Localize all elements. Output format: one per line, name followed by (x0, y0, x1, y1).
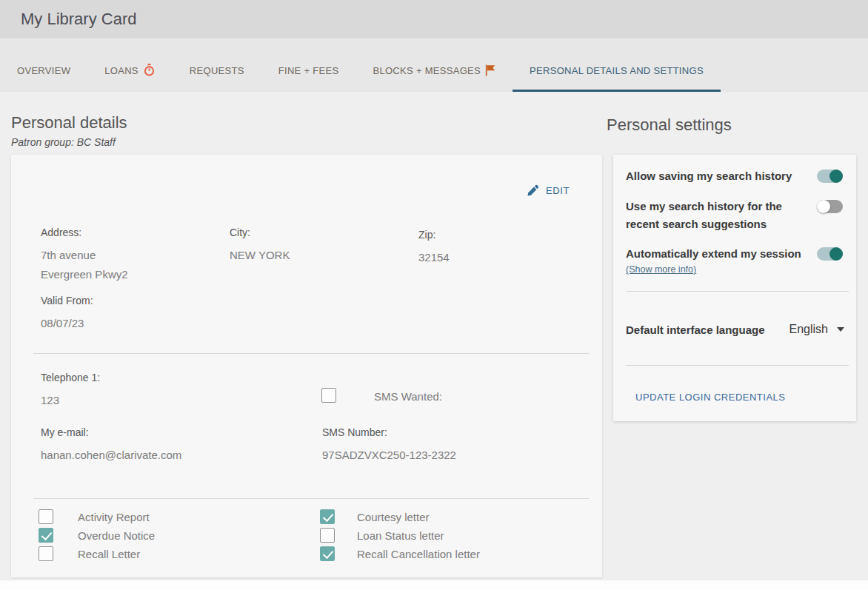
edit-button-label: EDIT (546, 185, 570, 196)
update-login-credentials-button[interactable]: UPDATE LOGIN CREDENTIALS (635, 392, 785, 403)
personal-settings-heading: Personal settings (607, 115, 732, 135)
letter-label: Activity Report (78, 511, 150, 523)
tab-fine-fees[interactable]: FINE + FEES (261, 38, 356, 92)
valid-from-value: 08/07/23 (41, 314, 93, 333)
toggle-knob (829, 170, 843, 183)
search-suggestions-toggle[interactable] (817, 200, 843, 213)
tab-personal-details[interactable]: PERSONAL DETAILS AND SETTINGS (513, 38, 721, 92)
sms-wanted-label: SMS Wanted: (374, 390, 442, 403)
letter-row: Activity Report (39, 509, 155, 524)
recall-cancellation-letter-checkbox[interactable] (320, 546, 335, 561)
show-more-info-link[interactable]: (Show more info) (626, 264, 696, 275)
personal-details-heading: Personal details (11, 113, 127, 133)
pencil-icon (527, 184, 539, 197)
edit-button[interactable]: EDIT (527, 184, 570, 197)
letter-label: Recall Letter (78, 548, 140, 560)
save-search-history-toggle[interactable] (817, 170, 843, 183)
toggle-label: Automatically extend my session (626, 245, 801, 263)
city-label: City: (230, 227, 290, 238)
email-value: hanan.cohen@clarivate.com (41, 446, 181, 465)
divider (33, 353, 589, 354)
flag-icon (485, 64, 495, 76)
toggle-knob (829, 247, 843, 261)
language-dropdown[interactable]: English (789, 323, 844, 336)
address-label: Address: (41, 227, 128, 238)
letter-label: Courtesy letter (357, 511, 430, 523)
loan-status-letter-checkbox[interactable] (320, 528, 335, 543)
tab-overview-label: OVERVIEW (17, 65, 70, 76)
tab-requests[interactable]: REQUESTS (173, 38, 261, 92)
tab-overview[interactable]: OVERVIEW (0, 38, 87, 92)
city-field: City: NEW YORK (230, 227, 290, 265)
email-field: My e-mail: hanan.cohen@clarivate.com (41, 426, 181, 465)
tab-blocks-messages-label: BLOCKS + MESSAGES (373, 65, 481, 76)
zip-field: Zip: 32154 (418, 229, 450, 267)
toggle-row: Use my search history for the recent sea… (626, 198, 843, 233)
divider (33, 498, 589, 499)
tab-fine-fees-label: FINE + FEES (278, 65, 339, 76)
toggle-label: Allow saving my search history (626, 167, 792, 185)
toggle-row: Allow saving my search history (626, 167, 843, 185)
courtesy-letter-checkbox[interactable] (320, 509, 335, 524)
letter-row: Recall Cancellation letter (320, 546, 480, 561)
letter-row: Recall Letter (39, 546, 155, 561)
sms-number-field: SMS Number: 97SADZVXC250-123-2322 (322, 426, 456, 465)
letter-row: Overdue Notice (39, 528, 155, 543)
tab-bar: OVERVIEW LOANS REQUESTS FINE + FEES BLOC… (0, 38, 868, 92)
telephone-label: Telephone 1: (41, 372, 100, 383)
address-line2: Evergreen Pkwy2 (41, 265, 128, 284)
address-line1: 7th avenue (41, 246, 128, 265)
tab-loans[interactable]: LOANS (87, 38, 173, 92)
divider (626, 291, 849, 292)
tab-loans-label: LOANS (104, 65, 138, 76)
tab-requests-label: REQUESTS (190, 65, 244, 76)
toggle-label: Use my search history for the recent sea… (626, 198, 811, 233)
page-title: My Library Card (21, 10, 136, 29)
letter-row: Loan Status letter (320, 528, 480, 543)
personal-settings-panel: Allow saving my search history Use my se… (613, 155, 856, 421)
letter-label: Overdue Notice (78, 529, 155, 542)
address-field: Address: 7th avenue Evergreen Pkwy2 (41, 227, 128, 284)
tab-personal-details-label: PERSONAL DETAILS AND SETTINGS (530, 65, 704, 76)
toggle-knob (817, 200, 830, 213)
sms-number-label: SMS Number: (322, 426, 456, 438)
letters-column-left: Activity Report Overdue Notice Recall Le… (39, 509, 155, 561)
tab-blocks-messages[interactable]: BLOCKS + MESSAGES (355, 38, 513, 92)
language-value: English (789, 323, 828, 336)
extend-session-toggle[interactable] (817, 247, 843, 261)
valid-from-label: Valid From: (41, 295, 93, 306)
toggle-row: Automatically extend my session (626, 245, 843, 263)
personal-details-card: EDIT Address: 7th avenue Evergreen Pkwy2… (11, 155, 602, 577)
telephone-field: Telephone 1: 123 (41, 372, 100, 410)
language-label: Default interface language (626, 324, 765, 336)
valid-from-field: Valid From: 08/07/23 (41, 295, 93, 333)
letter-label: Loan Status letter (357, 529, 444, 542)
letter-row: Courtesy letter (320, 509, 480, 524)
sms-number-value: 97SADZVXC250-123-2322 (322, 446, 456, 465)
divider (626, 365, 849, 366)
patron-group-text: Patron group: BC Staff (11, 136, 116, 148)
email-label: My e-mail: (41, 426, 181, 438)
sms-wanted-checkbox[interactable] (321, 388, 336, 403)
zip-label: Zip: (418, 229, 450, 241)
telephone-value: 123 (41, 391, 100, 410)
stopwatch-icon (143, 64, 156, 76)
language-row: Default interface language English (626, 323, 844, 336)
footer-strip (0, 580, 868, 590)
chevron-down-icon (837, 327, 844, 332)
recall-letter-checkbox[interactable] (39, 546, 53, 561)
overdue-notice-checkbox[interactable] (39, 528, 53, 543)
zip-value: 32154 (418, 248, 450, 267)
page-header: My Library Card (0, 0, 868, 38)
letter-label: Recall Cancellation letter (357, 548, 480, 560)
city-value: NEW YORK (230, 246, 290, 265)
activity-report-checkbox[interactable] (39, 509, 53, 524)
letters-column-right: Courtesy letter Loan Status letter Recal… (320, 509, 480, 561)
